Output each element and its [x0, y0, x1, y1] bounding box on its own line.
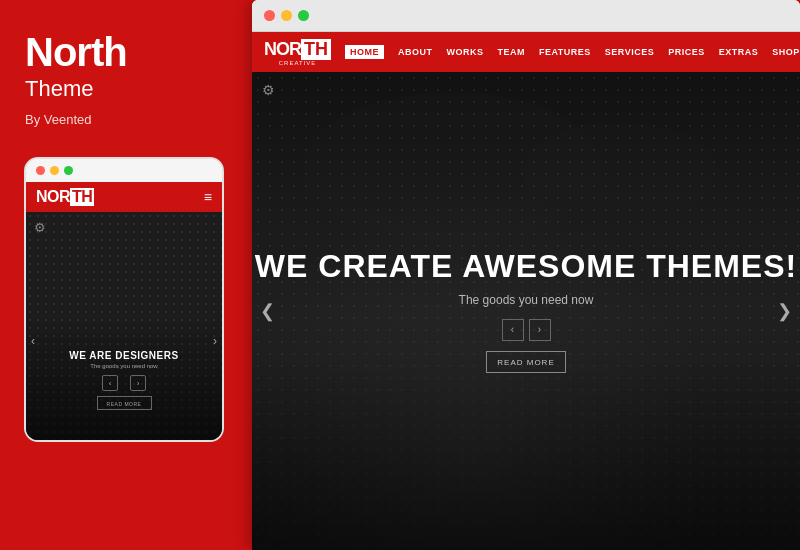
desktop-slide-content: WE CREATE AWESOME THEMES! The goods you …: [255, 249, 797, 372]
mobile-arrow-next[interactable]: ›: [130, 375, 146, 391]
mobile-navbar: NORTH ≡: [26, 182, 222, 212]
desktop-settings-icon[interactable]: ⚙: [262, 82, 275, 98]
desktop-slide-title: WE CREATE AWESOME THEMES!: [255, 249, 797, 284]
browser-dot-red[interactable]: [264, 10, 275, 21]
mobile-next-button[interactable]: ›: [213, 334, 217, 348]
mobile-slide-arrows: ‹ ›: [26, 375, 222, 391]
mobile-logo-th: TH: [70, 188, 94, 206]
desktop-next-button[interactable]: ❯: [777, 300, 792, 322]
desktop-navbar: NORTH CREATIVE HOME ABOUT WORKS TEAM FEA…: [252, 32, 800, 72]
nav-item-services[interactable]: SERVICES: [605, 47, 654, 57]
desktop-arrow-prev[interactable]: ‹: [502, 319, 524, 341]
desktop-slide-arrows: ‹ ›: [255, 319, 797, 341]
mobile-logo-nor: NOR: [36, 188, 70, 206]
nav-item-works[interactable]: WORKS: [447, 47, 484, 57]
mobile-dot-red: [36, 166, 45, 175]
mobile-mockup: NORTH ≡ ⚙ ‹ › WE ARE DESIGNERS The goods…: [24, 157, 224, 442]
mobile-traffic-lights: [26, 159, 222, 182]
mobile-dot-green: [64, 166, 73, 175]
desktop-slide-subtitle: The goods you need now: [255, 293, 797, 307]
nav-item-home[interactable]: HOME: [345, 45, 384, 59]
left-panel: North Theme By Veented NORTH ≡ ⚙: [0, 0, 248, 550]
browser-chrome: [252, 0, 800, 32]
nav-item-shop[interactable]: SHOP: [772, 47, 800, 57]
desktop-hero: ⚙ ❮ ❯ WE CREATE AWESOME THEMES! The good…: [252, 72, 800, 550]
nav-item-extras[interactable]: EXTRAS: [719, 47, 759, 57]
mobile-prev-button[interactable]: ‹: [31, 334, 35, 348]
mobile-content: NORTH ≡ ⚙ ‹ › WE ARE DESIGNERS The goods…: [26, 182, 222, 440]
nav-item-team[interactable]: TEAM: [498, 47, 526, 57]
browser-dot-green[interactable]: [298, 10, 309, 21]
desktop-mockup: NORTH CREATIVE HOME ABOUT WORKS TEAM FEA…: [252, 0, 800, 550]
mobile-read-more-button[interactable]: READ MORE: [97, 396, 152, 410]
theme-author: By Veented: [25, 112, 223, 127]
theme-subtitle: Theme: [25, 76, 223, 102]
desktop-read-more-button[interactable]: READ MORE: [486, 351, 566, 373]
mobile-logo: NORTH: [36, 188, 94, 206]
mobile-slide-subtitle: The goods you need now: [26, 363, 222, 369]
desktop-logo-th: TH: [301, 39, 331, 60]
desktop-logo-nor: NOR: [264, 39, 301, 60]
mobile-slide-title: WE ARE DESIGNERS: [26, 350, 222, 361]
nav-item-features[interactable]: FEATURES: [539, 47, 591, 57]
mobile-dot-yellow: [50, 166, 59, 175]
desktop-prev-button[interactable]: ❮: [260, 300, 275, 322]
mobile-slide-content: WE ARE DESIGNERS The goods you need now …: [26, 350, 222, 410]
nav-item-about[interactable]: ABOUT: [398, 47, 433, 57]
desktop-arrow-next[interactable]: ›: [529, 319, 551, 341]
nav-item-prices[interactable]: PRICES: [668, 47, 705, 57]
mobile-hero-area: ⚙ ‹ › WE ARE DESIGNERS The goods you nee…: [26, 212, 222, 440]
mobile-arrow-prev[interactable]: ‹: [102, 375, 118, 391]
browser-dot-yellow[interactable]: [281, 10, 292, 21]
theme-title: North: [25, 30, 223, 74]
mobile-settings-icon[interactable]: ⚙: [34, 220, 46, 235]
hamburger-icon[interactable]: ≡: [204, 189, 212, 205]
desktop-logo-creative: CREATIVE: [264, 60, 331, 66]
desktop-logo: NORTH CREATIVE: [264, 39, 331, 66]
